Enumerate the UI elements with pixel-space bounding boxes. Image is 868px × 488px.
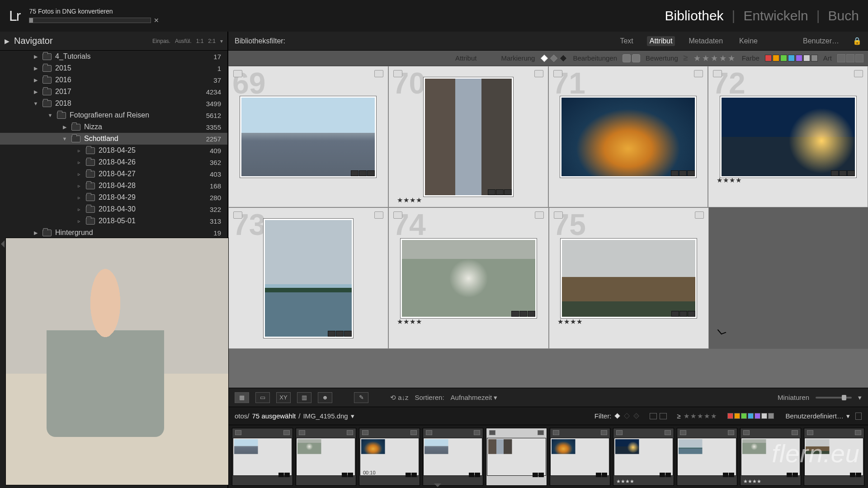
filter-tab-none[interactable]: Keine xyxy=(736,36,760,46)
badge-icon[interactable] xyxy=(671,170,679,176)
fs-flag-icon[interactable] xyxy=(299,430,305,435)
cell-flag-icon[interactable] xyxy=(393,70,402,77)
folder-row[interactable]: ▹2018-04-30322 xyxy=(0,203,227,215)
filmstrip-cell[interactable]: ★★★★ xyxy=(613,428,674,486)
badge-icon[interactable] xyxy=(411,473,417,477)
badge-icon[interactable] xyxy=(348,473,353,477)
flag-rejected[interactable] xyxy=(560,54,567,62)
color-swatch[interactable] xyxy=(773,55,779,61)
filmstrip-cell[interactable] xyxy=(232,428,293,486)
badge-icon[interactable] xyxy=(596,473,601,477)
folder-disclosure-icon[interactable]: ▹ xyxy=(76,160,82,165)
folder-disclosure-icon[interactable]: ▹ xyxy=(76,206,82,212)
thumbnail-cell[interactable]: 72★★★★ xyxy=(708,66,868,207)
badge-icon[interactable] xyxy=(519,311,527,317)
fs-rotate-icon[interactable] xyxy=(410,430,417,435)
color-swatch[interactable] xyxy=(780,55,787,61)
badge-icon[interactable] xyxy=(723,473,728,477)
filter-preset-menu[interactable]: Benutzer… xyxy=(800,36,842,46)
thumbnail-frame[interactable] xyxy=(560,96,697,178)
color-swatch[interactable] xyxy=(765,55,772,61)
rating-operator[interactable]: ≥ xyxy=(684,53,688,63)
thumbnail-frame[interactable] xyxy=(400,238,537,319)
zoom-1-1[interactable]: 1:1 xyxy=(196,38,204,44)
zoom-2-1[interactable]: 2:1 xyxy=(208,38,216,44)
badge-icon[interactable] xyxy=(284,473,290,477)
folder-row[interactable]: ▹2018-04-29280 xyxy=(0,192,227,203)
badge-icon[interactable] xyxy=(831,170,839,176)
cell-rotate-icon[interactable] xyxy=(695,211,704,219)
folder-disclosure-icon[interactable]: ▶ xyxy=(33,54,39,60)
kind-video[interactable] xyxy=(855,54,863,62)
folder-disclosure-icon[interactable]: ▶ xyxy=(33,77,39,83)
thumbnail-cell[interactable]: 70★★★★ xyxy=(388,66,548,207)
folder-row[interactable]: ▶201637 xyxy=(0,74,227,86)
color-swatch[interactable] xyxy=(811,55,818,61)
folder-disclosure-icon[interactable]: ▹ xyxy=(76,195,82,201)
cell-rotate-icon[interactable] xyxy=(694,70,703,77)
fs-flag-icon[interactable] xyxy=(362,430,368,435)
fs-rotate-icon[interactable] xyxy=(855,430,861,435)
filmstrip-cell[interactable] xyxy=(423,428,484,486)
folder-disclosure-icon[interactable]: ▼ xyxy=(33,101,39,106)
fs-flag-icon[interactable] xyxy=(553,430,559,435)
mini-color-swatch[interactable] xyxy=(734,413,740,419)
fs-rotate-icon[interactable] xyxy=(538,430,544,435)
thumbnail-frame[interactable] xyxy=(720,96,857,178)
folder-row[interactable]: ▹2018-05-01313 xyxy=(0,215,227,227)
badge-icon[interactable] xyxy=(679,170,687,176)
cell-rating[interactable]: ★★★★ xyxy=(397,196,422,204)
progress-cancel-button[interactable]: ✕ xyxy=(154,17,159,24)
mini-color-swatch[interactable] xyxy=(755,413,760,419)
folder-disclosure-icon[interactable]: ▼ xyxy=(61,136,68,141)
badge-icon[interactable] xyxy=(342,473,347,477)
badge-icon[interactable] xyxy=(496,189,504,195)
folder-row[interactable]: ▹2018-04-25409 xyxy=(0,145,227,156)
sort-field-menu[interactable]: Aufnahmezeit ▾ xyxy=(451,394,498,402)
thumbnail-frame[interactable] xyxy=(263,218,354,338)
filmstrip-cell[interactable]: ★★★★ xyxy=(486,428,547,486)
thumbnail-grid[interactable]: 6970★★★★7172★★★★7374★★★★75★★★★ xyxy=(228,66,868,388)
folder-disclosure-icon[interactable]: ▹ xyxy=(76,183,82,189)
badge-icon[interactable] xyxy=(688,311,695,317)
folder-row[interactable]: ▶20174234 xyxy=(0,86,227,98)
badge-icon[interactable] xyxy=(729,473,734,477)
fs-rotate-icon[interactable] xyxy=(792,430,798,435)
folder-disclosure-icon[interactable]: ▹ xyxy=(76,218,82,224)
fs-rating[interactable]: ★★★★ xyxy=(743,479,761,484)
filmstrip-cell[interactable] xyxy=(296,428,357,486)
badge-icon[interactable] xyxy=(847,170,855,176)
color-swatch[interactable] xyxy=(788,55,795,61)
badge-icon[interactable] xyxy=(687,170,695,176)
filmstrip-filter-switch[interactable] xyxy=(855,413,862,420)
filter-lock-icon[interactable]: 🔒 xyxy=(853,37,862,45)
badge-icon[interactable] xyxy=(511,311,519,317)
fs-rotate-icon[interactable] xyxy=(728,430,734,435)
folder-disclosure-icon[interactable]: ▶ xyxy=(33,230,39,236)
fs-rating[interactable]: ★★★★ xyxy=(616,479,634,484)
badge-icon[interactable] xyxy=(367,170,375,176)
zoom-fit[interactable]: Einpas. xyxy=(152,38,170,44)
cell-rating[interactable]: ★★★★ xyxy=(717,176,742,184)
color-swatch[interactable] xyxy=(796,55,802,61)
fs-rotate-icon[interactable] xyxy=(474,430,480,435)
thumbnail-cell[interactable]: 75★★★★ xyxy=(549,207,709,349)
fs-flag-icon[interactable] xyxy=(743,430,750,435)
fs-rotate-icon[interactable] xyxy=(665,430,671,435)
cell-rating[interactable]: ★★★★ xyxy=(397,318,422,326)
current-filename[interactable]: IMG_4195.dng xyxy=(303,412,348,420)
badge-icon[interactable] xyxy=(344,331,352,337)
folder-row[interactable]: ▼Fotografieren auf Reisen5612 xyxy=(0,109,227,121)
cell-flag-icon[interactable] xyxy=(393,211,402,219)
cell-rotate-icon[interactable] xyxy=(535,211,544,219)
fs-flag-icon[interactable] xyxy=(235,430,241,435)
filmstrip-filter-preset[interactable]: Benutzerdefiniert… xyxy=(786,412,844,420)
cell-rotate-icon[interactable] xyxy=(534,70,543,77)
folder-disclosure-icon[interactable]: ▶ xyxy=(33,66,39,71)
badge-icon[interactable] xyxy=(475,473,480,477)
module-library[interactable]: Bibliothek xyxy=(665,8,724,23)
kind-master[interactable] xyxy=(837,54,845,62)
mini-edit-edited[interactable] xyxy=(650,413,657,419)
filmstrip-cell[interactable] xyxy=(550,428,611,486)
folder-disclosure-icon[interactable]: ▹ xyxy=(76,171,82,177)
